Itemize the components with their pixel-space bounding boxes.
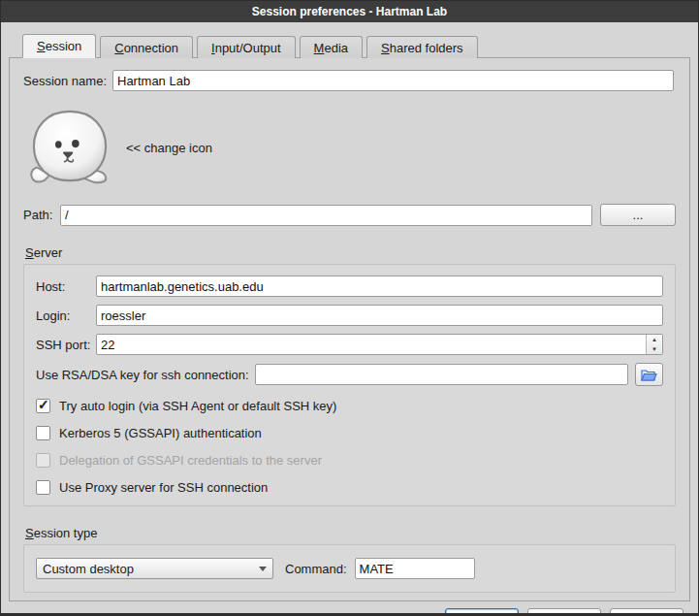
seal-session-icon xyxy=(27,109,112,186)
host-label: Host: xyxy=(36,279,96,294)
checkbox-gssapi-delegation: Delegation of GSSAPI credentials to the … xyxy=(36,453,663,468)
chevron-down-icon xyxy=(259,567,267,571)
ssh-port-decrement-button[interactable]: ▼ xyxy=(647,344,662,354)
session-type-dropdown[interactable]: Custom desktop xyxy=(36,558,273,579)
ssh-port-input[interactable] xyxy=(97,335,646,354)
host-input[interactable] xyxy=(96,276,663,297)
cancel-button[interactable]: Cancel xyxy=(527,608,601,616)
tab-media[interactable]: Media xyxy=(300,36,363,58)
ssh-port-spinner: ▲ ▼ xyxy=(96,334,663,355)
login-label: Login: xyxy=(36,308,96,323)
rsa-key-browse-button[interactable] xyxy=(635,363,663,386)
command-input[interactable] xyxy=(355,558,475,579)
tab-session[interactable]: Session xyxy=(22,34,96,58)
checkbox-proxy[interactable]: Use Proxy server for SSH connection xyxy=(36,480,663,495)
dialog-content: Session Connection Input/Output Media Sh… xyxy=(1,22,698,601)
checkbox-box xyxy=(36,399,50,413)
path-browse-button[interactable]: ... xyxy=(600,204,676,226)
checkbox-box xyxy=(36,453,50,468)
login-input[interactable] xyxy=(96,305,663,326)
tab-bar: Session Connection Input/Output Media Sh… xyxy=(22,36,690,57)
window-title: Session preferences - Hartman Lab xyxy=(252,5,447,18)
ok-button[interactable]: OK xyxy=(445,608,519,616)
ssh-port-increment-button[interactable]: ▲ xyxy=(647,335,662,344)
ssh-port-label: SSH port: xyxy=(36,338,96,352)
rsa-key-label: Use RSA/DSA key for ssh connection: xyxy=(36,368,249,382)
server-groupbox: Host: Login: SSH port: ▲ ▼ xyxy=(23,264,676,506)
checkbox-box xyxy=(36,426,50,440)
checkbox-kerberos[interactable]: Kerberos 5 (GSSAPI) authentication xyxy=(36,426,663,440)
open-folder-icon xyxy=(641,368,657,382)
tab-input-output[interactable]: Input/Output xyxy=(197,36,296,58)
command-label: Command: xyxy=(285,562,347,576)
path-input[interactable] xyxy=(60,205,592,226)
titlebar[interactable]: Session preferences - Hartman Lab xyxy=(1,1,698,22)
rsa-key-input[interactable] xyxy=(255,364,628,385)
session-tab-panel: Session name: xyxy=(9,57,690,601)
server-group-label: Server xyxy=(25,245,676,260)
session-name-input[interactable] xyxy=(112,70,674,91)
checkbox-auto-login[interactable]: Try auto login (via SSH Agent or default… xyxy=(36,399,663,413)
session-type-group-label: Session type xyxy=(25,526,676,540)
session-type-groupbox: Custom desktop Command: xyxy=(23,544,676,593)
tab-shared-folders[interactable]: Shared folders xyxy=(366,36,478,58)
change-icon-link[interactable]: << change icon xyxy=(126,141,212,155)
defaults-button[interactable]: Defaults xyxy=(610,608,683,616)
dialog-footer: OK Cancel Defaults xyxy=(1,601,698,616)
tab-connection[interactable]: Connection xyxy=(100,36,193,58)
session-name-label: Session name: xyxy=(23,74,112,88)
path-label: Path: xyxy=(23,208,60,222)
session-preferences-dialog: Session preferences - Hartman Lab Sessio… xyxy=(0,0,699,616)
checkbox-box xyxy=(36,480,50,495)
